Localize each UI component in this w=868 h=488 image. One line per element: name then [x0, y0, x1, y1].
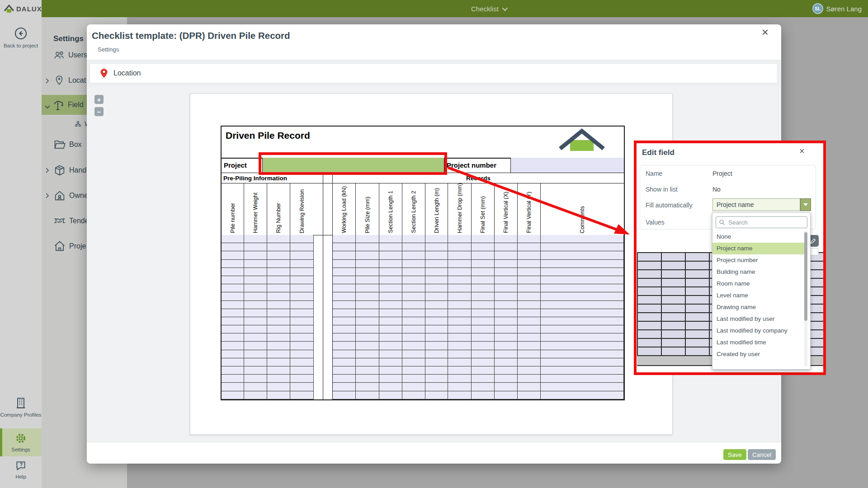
- grid-cell: [379, 391, 402, 399]
- fill-automatically-select[interactable]: Project name: [712, 198, 800, 211]
- location-bar[interactable]: Location: [90, 63, 778, 83]
- user-menu[interactable]: SL Søren Lang: [812, 0, 862, 17]
- dropdown-option[interactable]: Last modified by user: [712, 313, 807, 325]
- dropdown-option[interactable]: Last modified by company: [712, 325, 807, 337]
- grid-cell: [518, 251, 541, 259]
- sidebar-item-label: Tende: [69, 217, 89, 225]
- app-switcher[interactable]: Checklist: [471, 0, 506, 17]
- grid-cell: [402, 317, 425, 325]
- dropdown-option[interactable]: Project name: [712, 243, 807, 254]
- save-button[interactable]: Save: [723, 449, 746, 460]
- grid-cell: [356, 292, 379, 300]
- brand-logo[interactable]: DALUX: [0, 0, 42, 17]
- grid-cell: [379, 268, 402, 276]
- grid-cell: [244, 325, 267, 333]
- sidebar-item-field[interactable]: Field: [52, 99, 84, 111]
- grid-cell: [425, 260, 448, 268]
- grid-cell: [333, 301, 356, 309]
- grid-cell: [244, 317, 267, 325]
- grid-cell: [222, 358, 244, 366]
- grid-cell: [686, 305, 710, 313]
- select-dropdown-button[interactable]: [800, 198, 811, 211]
- dropdown-option[interactable]: Project number: [712, 254, 807, 266]
- users-icon: [53, 49, 65, 61]
- back-to-project-button[interactable]: Back to project: [0, 26, 42, 49]
- grid-cell: [448, 276, 472, 284]
- grid-cell: [290, 268, 314, 276]
- brand-name: DALUX: [16, 5, 42, 13]
- dropdown-search[interactable]: [716, 216, 807, 228]
- settings-rail-button[interactable]: Settings: [0, 432, 42, 453]
- handshake-icon: [53, 215, 66, 227]
- sidebar-item-projects[interactable]: Proje: [53, 240, 86, 253]
- grid-cell: [662, 262, 686, 270]
- grid-cell: [686, 279, 710, 287]
- grid-cell: [425, 350, 448, 358]
- help-button[interactable]: ? Help: [0, 460, 42, 480]
- grid-cell: [638, 330, 662, 339]
- sidebar-item-handover[interactable]: Hand: [53, 164, 86, 177]
- sidebar-item-tender[interactable]: Tende: [53, 215, 89, 227]
- dropdown-option[interactable]: Building name: [712, 266, 807, 278]
- chevron-right-icon[interactable]: [45, 167, 49, 175]
- triangle-down-icon: [803, 203, 808, 206]
- modal-close-button[interactable]: ×: [762, 26, 769, 38]
- folder-icon: [53, 138, 66, 151]
- chevron-down-icon: [502, 5, 508, 11]
- company-profiles-button[interactable]: Company Profiles: [0, 397, 42, 418]
- dropdown-option[interactable]: Drawing name: [712, 301, 807, 313]
- grid-cell: [222, 309, 244, 317]
- grid-cell: [267, 383, 290, 391]
- dropdown-option[interactable]: Created by user: [712, 348, 807, 360]
- dropdown-scrollbar-thumb[interactable]: [804, 232, 807, 321]
- grid-cell: [402, 358, 425, 366]
- chevron-right-icon[interactable]: [45, 192, 49, 200]
- dropdown-option[interactable]: Level name: [712, 290, 807, 301]
- grid-cell: [244, 366, 267, 375]
- edit-field-close-button[interactable]: ×: [799, 146, 805, 156]
- chevron-right-icon[interactable]: [45, 77, 49, 85]
- sidebar-item-box[interactable]: Box: [53, 138, 82, 151]
- grid-cell: [333, 260, 356, 268]
- sidebar-item-owner[interactable]: Owne: [53, 189, 88, 202]
- grid-cell: [472, 301, 495, 309]
- grid-cell: [222, 276, 244, 284]
- tab-settings[interactable]: Settings: [98, 46, 119, 53]
- grid-cell: [662, 270, 686, 279]
- grid-cell: [290, 317, 314, 325]
- zoom-in-button[interactable]: +: [94, 95, 104, 104]
- grid-cell: [662, 287, 686, 296]
- grid-cell: [518, 260, 541, 268]
- grid-cell: [222, 284, 244, 292]
- column-header: Pile Size (mm): [364, 194, 371, 235]
- grid-cell: [472, 317, 495, 325]
- project-number-value-cell[interactable]: [511, 158, 624, 173]
- grid-cell: [472, 284, 495, 292]
- dropdown-option[interactable]: Last modified time: [712, 337, 807, 348]
- grid-cell: [425, 366, 448, 375]
- dropdown-option[interactable]: None: [712, 231, 807, 243]
- grid-cell: [402, 383, 425, 391]
- chevron-down-icon[interactable]: [45, 103, 50, 111]
- dropdown-option[interactable]: Room name: [712, 278, 807, 290]
- grid-cell: [333, 358, 356, 366]
- grid-cell: [541, 366, 624, 375]
- zoom-out-button[interactable]: −: [94, 107, 104, 116]
- grid-cell: [448, 260, 472, 268]
- grid-cell: [333, 350, 356, 358]
- grid-cell: [244, 235, 267, 243]
- grid-cell: [472, 333, 495, 342]
- sidebar-item-users[interactable]: Users: [53, 49, 87, 61]
- search-input[interactable]: [727, 219, 807, 226]
- values-label: Values: [646, 219, 665, 226]
- sidebar-item-location[interactable]: Locat: [53, 75, 86, 86]
- settings-rail-active-background[interactable]: Settings: [0, 428, 42, 456]
- column-header: Final Vertical (X): [503, 189, 509, 235]
- grid-cell: [290, 292, 314, 300]
- grid-cell: [448, 383, 472, 391]
- cancel-button[interactable]: Cancel: [748, 449, 776, 460]
- grid-cell: [290, 243, 314, 251]
- grid-cell: [402, 268, 425, 276]
- grid-cell: [379, 309, 402, 317]
- grid-cell: [495, 243, 518, 251]
